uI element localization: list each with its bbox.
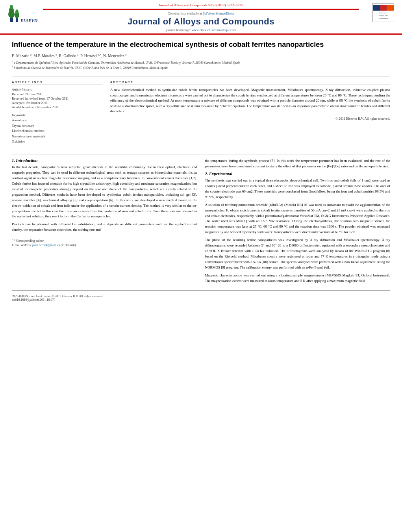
article-title: Influence of the temperature in the elec…	[12, 40, 390, 49]
intro-para-2: Products can be obtained with different …	[12, 222, 197, 233]
header-top-center: Journal of Alloys and Compounds 536S (20…	[43, 3, 359, 33]
abstract-col: ABSTRACT A new electrochemical method to…	[110, 80, 390, 148]
main-content: Influence of the temperature in the elec…	[0, 35, 402, 307]
abstract-text: A new electrochemical method to synthesi…	[110, 87, 390, 114]
divider-after-abstract	[12, 154, 390, 154]
journal-logo-box: Journal ofAlloys andCompounds	[372, 3, 394, 22]
revised-date: Received in revised form 17 October 2011	[12, 96, 102, 100]
body-col-right: the temperature during the synthesis pro…	[205, 158, 391, 286]
logo-strip-red	[380, 5, 387, 11]
journal-citation: Journal of Alloys and Compounds 536S (20…	[43, 3, 359, 7]
footnote-divider	[12, 236, 59, 236]
article-info-abstract-row: ARTICLE INFO Article history: Received 2…	[12, 80, 390, 148]
experimental-para-1: The synthesis was carried out in a typic…	[205, 178, 391, 200]
logo-strip-orange	[387, 5, 394, 11]
keywords-block: Keywords: Anisotropy Crystal structure E…	[12, 113, 102, 145]
experimental-para-3: The phase of the resulting ferrite nanop…	[205, 237, 391, 271]
page-wrapper: ELSEVIER Journal of Alloys and Compounds…	[0, 0, 402, 307]
journal-homepage-line: journal homepage: www.elsevier.com/locat…	[43, 28, 359, 32]
intro-section-title: 1. Introduction	[12, 158, 197, 163]
sciverse-text: Contents lists available at	[168, 11, 202, 15]
divider-after-affiliations	[12, 76, 390, 76]
sciverse-link[interactable]: SciVerse ScienceDirect	[203, 11, 234, 15]
footnote-corresponding: * * Corresponding author.	[12, 238, 197, 243]
article-info-header: ARTICLE INFO	[12, 80, 102, 85]
intro-para-1: In the last decade, nanoparticles have a…	[12, 165, 197, 219]
keyword-2: Crystal structure	[12, 123, 102, 129]
affiliation-b: b b Instituto de Ciencia de Materiales d…	[12, 65, 390, 70]
logo-color-strip	[373, 5, 394, 11]
affiliations: a a Departamento de Química Física Aplic…	[12, 60, 390, 70]
svg-point-6	[15, 9, 19, 14]
bottom-divider	[12, 290, 390, 291]
elsevier-tree-logo: ELSEVIER	[8, 3, 37, 25]
experimental-para-2: A solution of tetrabutylammonium bromide…	[205, 202, 391, 235]
keyword-1: Anisotropy	[12, 118, 102, 123]
keywords-label: Keywords:	[12, 113, 102, 117]
sciverse-line: Contents lists available at SciVerse Sci…	[43, 11, 359, 15]
svg-text:ELSEVIER: ELSEVIER	[20, 18, 37, 23]
homepage-label: journal homepage:	[166, 28, 191, 32]
history-label: Article history:	[12, 87, 102, 91]
logo-strip-blue	[373, 5, 380, 11]
abstract-header: ABSTRACT	[110, 80, 390, 85]
footnote-email[interactable]: pilar.herrasti@uam.es	[32, 243, 60, 247]
footnote-email-suffix: (P. Herrasti).	[61, 243, 77, 247]
keyword-3: Electrochemical method	[12, 128, 102, 134]
experimental-section-title: 2. Experimental	[205, 172, 391, 176]
keywords-list: Anisotropy Crystal structure Electrochem…	[12, 118, 102, 145]
keyword-5: Oxidation	[12, 139, 102, 145]
doi-line: doi:10.1016/j.jallcom.2011.10.073	[12, 298, 390, 302]
article-info-col: ARTICLE INFO Article history: Received 2…	[12, 80, 102, 148]
homepage-url[interactable]: www.elsevier.com/locate/jallcom	[192, 28, 236, 32]
svg-point-3	[10, 5, 13, 9]
affiliation-a: a a Departamento de Química Física Aplic…	[12, 60, 390, 65]
logo-text: Journal ofAlloys andCompounds	[378, 11, 389, 20]
footnote-email-line: E-mail address: pilar.herrasti@uam.es (P…	[12, 243, 197, 247]
footnote-email-label: E-mail address:	[12, 243, 31, 247]
issn-line: 0925-8388/$ – see front matter © 2011 El…	[12, 295, 390, 298]
header-top-left: ELSEVIER	[8, 3, 39, 26]
history-block: Article history: Received 24 June 2011 R…	[12, 87, 102, 109]
intro-right-text: the temperature during the synthesis pro…	[205, 158, 391, 169]
available-date: Available online 7 November 2011	[12, 105, 102, 109]
body-two-col: 1. Introduction In the last decade, nano…	[12, 158, 390, 286]
journal-main-title: Journal of Alloys and Compounds	[43, 17, 359, 27]
received-date: Received 24 June 2011	[12, 92, 102, 96]
keyword-4: Nanostructured materials	[12, 134, 102, 139]
experimental-para-4: Magnetic characterization was carried ou…	[205, 273, 391, 284]
header-top-bar: ELSEVIER Journal of Alloys and Compounds…	[0, 0, 402, 33]
copyright-line: © 2011 Elsevier B.V. All rights reserved…	[110, 117, 390, 120]
footnote-star-label: * Corresponding author.	[14, 239, 44, 243]
accepted-date: Accepted 19 October 2011	[12, 101, 102, 105]
red-divider-top	[43, 9, 359, 10]
body-col-left: 1. Introduction In the last decade, nano…	[12, 158, 197, 286]
header-top-right: Journal ofAlloys andCompounds	[363, 3, 394, 22]
bottom-bar: 0925-8388/$ – see front matter © 2011 El…	[12, 295, 390, 302]
authors-line: E. Mazario a, M.P. Morales b, R. Galindo…	[12, 53, 390, 58]
